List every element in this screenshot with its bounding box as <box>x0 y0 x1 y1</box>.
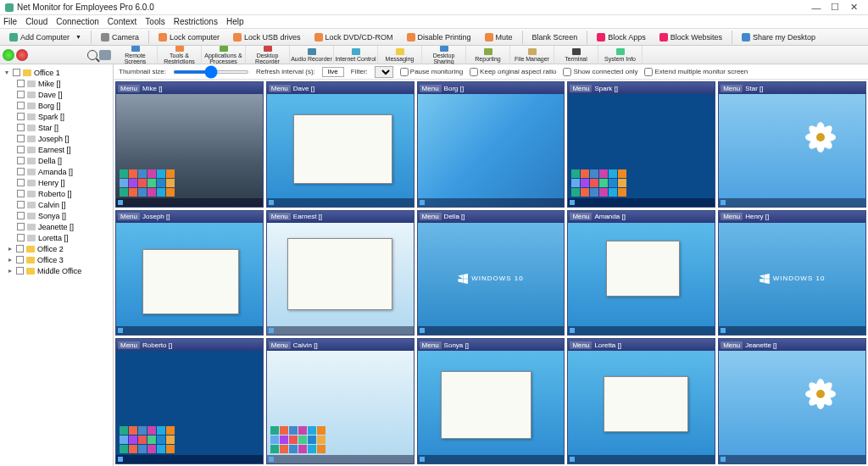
thumbnail-menu-button[interactable]: Menu <box>118 85 140 92</box>
disable-printing-button[interactable]: Disable Printing <box>401 31 477 43</box>
lock-dvd-button[interactable]: Lock DVD/CD-ROM <box>309 31 399 43</box>
computer-tree[interactable]: ▾ Office 1 Mike []Dave []Borg []Spark []… <box>0 64 114 466</box>
tree-item[interactable]: Earnest [] <box>2 144 111 155</box>
search-icon[interactable] <box>87 50 97 60</box>
tree-item[interactable]: Calvin [] <box>2 199 111 210</box>
thumbnail-desktop[interactable] <box>719 351 865 463</box>
checkbox[interactable] <box>17 102 25 109</box>
checkbox[interactable] <box>17 113 25 120</box>
checkbox[interactable] <box>17 146 25 153</box>
thumbnail-desktop[interactable] <box>719 94 865 207</box>
thumbnail-menu-button[interactable]: Menu <box>118 213 140 220</box>
checkbox[interactable] <box>16 245 24 252</box>
tree-item[interactable]: Joseph [] <box>2 133 111 144</box>
checkbox[interactable] <box>16 256 24 264</box>
tree-item[interactable]: Amanda [] <box>2 166 111 177</box>
screen-thumbnail[interactable]: MenuBorg [] <box>417 81 565 208</box>
refresh-value-input[interactable] <box>322 67 344 77</box>
thumbnail-menu-button[interactable]: Menu <box>118 341 140 349</box>
lock-computer-button[interactable]: Lock computer <box>153 31 225 43</box>
cancel-icon[interactable] <box>16 49 28 61</box>
menu-cloud[interactable]: Cloud <box>25 17 47 26</box>
thumbnail-desktop[interactable]: WINDOWS 10 <box>418 223 565 336</box>
thumbnail-desktop[interactable] <box>568 223 715 336</box>
thumbnail-desktop[interactable] <box>568 94 715 207</box>
thumbnail-menu-button[interactable]: Menu <box>269 213 291 220</box>
audio-recorder-tab[interactable]: Audio Recorder <box>290 46 334 64</box>
checkbox[interactable] <box>17 212 25 219</box>
thumbnail-menu-button[interactable]: Menu <box>269 341 291 349</box>
checkbox[interactable] <box>17 190 25 197</box>
add-computer-button[interactable]: Add Computer▼ <box>3 31 87 43</box>
system-info-tab[interactable]: System Info <box>598 46 643 64</box>
pause-monitoring-checkbox[interactable] <box>400 68 409 76</box>
checkbox[interactable] <box>17 80 25 87</box>
checkbox[interactable] <box>17 124 25 131</box>
thumbnail-menu-button[interactable]: Menu <box>420 213 442 220</box>
blank-screen-button[interactable]: Blank Screen <box>526 31 584 43</box>
tree-item[interactable]: Jeanette [] <box>2 221 111 232</box>
tree-group[interactable]: ▸Office 3 <box>2 254 111 265</box>
screen-thumbnail[interactable]: MenuSonya [] <box>417 338 565 464</box>
thumbnail-desktop[interactable] <box>418 351 565 463</box>
screen-thumbnail[interactable]: MenuStar [] <box>718 81 866 208</box>
checkbox[interactable] <box>17 157 25 164</box>
checkbox[interactable] <box>17 91 25 98</box>
expand-icon[interactable]: ▸ <box>7 245 14 252</box>
block-apps-button[interactable]: Block Apps <box>591 31 652 43</box>
screen-thumbnail[interactable]: MenuMike [] <box>115 81 264 208</box>
printer-icon[interactable] <box>99 50 111 60</box>
tree-item[interactable]: Dave [] <box>2 89 111 100</box>
ok-icon[interactable] <box>3 49 14 61</box>
menu-help[interactable]: Help <box>226 17 244 26</box>
checkbox[interactable] <box>17 223 25 230</box>
thumbnail-desktop[interactable] <box>116 351 263 463</box>
thumbnail-menu-button[interactable]: Menu <box>269 85 291 92</box>
screen-thumbnail[interactable]: MenuRoberto [] <box>115 338 264 464</box>
file-manager-tab[interactable]: File Manager <box>510 46 554 64</box>
filter-select[interactable] <box>375 66 393 78</box>
checkbox[interactable] <box>17 135 25 142</box>
screen-thumbnail[interactable]: MenuAmanda [] <box>567 210 715 336</box>
show-connected-checkbox[interactable] <box>563 68 571 76</box>
checkbox[interactable] <box>17 168 25 175</box>
tools-restrictions-tab[interactable]: Tools & Restrictions <box>158 46 202 64</box>
thumbnail-menu-button[interactable]: Menu <box>420 341 442 349</box>
thumbnail-menu-button[interactable]: Menu <box>570 85 592 92</box>
thumbnail-menu-button[interactable]: Menu <box>721 213 743 220</box>
screen-thumbnail[interactable]: MenuCalvin [] <box>266 338 415 464</box>
lock-usb-button[interactable]: Lock USB drives <box>227 31 307 43</box>
remote-screens-tab[interactable]: Remote Screens <box>114 46 158 64</box>
thumbnail-desktop[interactable] <box>267 351 414 463</box>
share-desktop-button[interactable]: Share my Desktop <box>736 31 821 43</box>
tree-group-office1[interactable]: ▾ Office 1 <box>2 67 111 78</box>
screen-thumbnail[interactable]: MenuLoretta [] <box>567 338 715 464</box>
block-websites-button[interactable]: Block Websites <box>654 31 728 43</box>
thumbnail-menu-button[interactable]: Menu <box>721 341 743 349</box>
thumbnail-menu-button[interactable]: Menu <box>420 85 442 92</box>
reporting-tab[interactable]: Reporting <box>466 46 510 64</box>
apps-processes-tab[interactable]: Applications & Processes <box>202 46 246 64</box>
expand-icon[interactable]: ▾ <box>3 69 10 76</box>
menu-tools[interactable]: Tools <box>145 17 164 26</box>
keep-aspect-checkbox[interactable] <box>470 68 478 76</box>
menu-file[interactable]: File <box>3 17 17 26</box>
tree-item[interactable]: Della [] <box>2 155 111 166</box>
thumbnail-desktop[interactable]: WINDOWS 10 <box>719 223 865 336</box>
tree-item[interactable]: Sonya [] <box>2 210 111 221</box>
thumbnail-desktop[interactable] <box>267 94 414 207</box>
expand-icon[interactable]: ▸ <box>7 256 14 264</box>
menu-context[interactable]: Context <box>108 17 136 26</box>
expand-icon[interactable]: ▸ <box>7 267 14 275</box>
extend-monitors-checkbox[interactable] <box>644 68 653 76</box>
close-button[interactable]: ✕ <box>844 2 863 13</box>
screen-thumbnail[interactable]: MenuSpark [] <box>567 81 715 208</box>
thumbnail-menu-button[interactable]: Menu <box>570 341 592 349</box>
thumbnail-menu-button[interactable]: Menu <box>721 85 743 92</box>
desktop-sharing-tab[interactable]: Desktop Sharing <box>422 46 466 64</box>
tree-item[interactable]: Borg [] <box>2 100 111 111</box>
screen-thumbnail[interactable]: MenuDella []WINDOWS 10 <box>417 210 565 336</box>
camera-button[interactable]: Camera <box>95 31 145 43</box>
mute-button[interactable]: Mute <box>479 31 519 43</box>
tree-group[interactable]: ▸Office 2 <box>2 243 111 254</box>
